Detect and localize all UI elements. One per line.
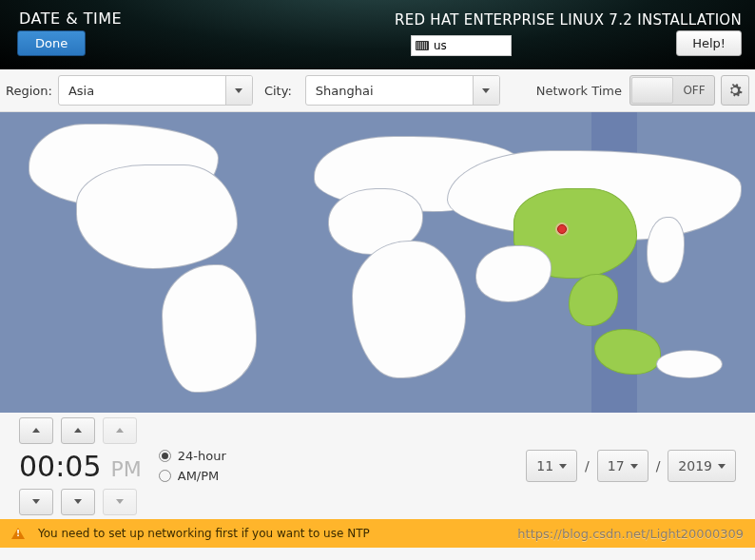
chevron-down-icon [74,499,82,504]
hours-down-button[interactable] [19,489,53,515]
timezone-map[interactable] [0,112,755,413]
city-combo[interactable]: Shanghai [305,75,500,106]
region-dropdown-button[interactable] [225,76,252,105]
radio-24-hour-label: 24-hour [178,449,226,463]
chevron-down-icon [235,88,242,93]
day-dropdown[interactable]: 17 [597,450,649,482]
selected-city-pin [557,224,567,234]
keyboard-layout-value: us [434,39,447,52]
month-value: 11 [536,458,553,473]
ampm-up-button [103,417,137,444]
time-format-radiogroup: 24-hour AM/PM [159,449,226,483]
keyboard-layout-indicator[interactable]: us [411,35,512,56]
date-sep: / [585,458,590,473]
warning-bar: You need to set up networking first if y… [0,519,755,548]
city-dropdown-button[interactable] [473,76,499,105]
switch-knob [631,77,673,104]
time-spinner: 00:05 PM [19,417,142,515]
datetime-controls: 00:05 PM 24-hour AM/PM 11 / 17 / [0,413,755,519]
radio-icon [159,450,171,462]
minutes-down-button[interactable] [61,489,95,515]
radio-icon [159,470,171,482]
chevron-up-icon [32,428,40,433]
ntp-settings-button[interactable] [721,75,749,106]
chevron-down-icon [32,499,40,504]
region-combo[interactable]: Asia [58,75,253,106]
chevron-up-icon [116,428,124,433]
chevron-down-icon [482,88,490,93]
ampm-value: PM [110,457,141,481]
time-display: 00:05 PM [19,450,142,483]
region-value: Asia [59,84,225,98]
chevron-down-icon [630,464,638,469]
chevron-up-icon [74,428,82,433]
radio-ampm[interactable]: AM/PM [159,469,226,483]
month-dropdown[interactable]: 11 [526,450,577,482]
minutes-value: 05 [65,450,101,483]
toolbar: Region: Asia City: Shanghai Network Time… [0,69,755,112]
warning-icon [11,528,25,539]
minutes-up-button[interactable] [61,417,95,444]
day-value: 17 [608,458,625,473]
year-value: 2019 [678,458,712,473]
help-button[interactable]: Help! [676,30,742,56]
city-label: City: [264,84,292,98]
network-time-label: Network Time [536,84,622,98]
city-value: Shanghai [306,84,473,98]
installer-title: RED HAT ENTERPRISE LINUX 7.2 INSTALLATIO… [395,11,742,29]
chevron-down-icon [559,464,567,469]
radio-ampm-label: AM/PM [178,469,220,483]
hours-up-button[interactable] [19,417,53,444]
date-picker: 11 / 17 / 2019 [526,450,736,482]
radio-24-hour[interactable]: 24-hour [159,449,226,463]
page-title: DATE & TIME [19,10,122,28]
hours-value: 00 [19,450,55,483]
region-label: Region: [6,84,52,98]
warning-text: You need to set up networking first if y… [38,527,370,540]
network-time-state: OFF [674,84,714,97]
chevron-down-icon [116,499,124,504]
ampm-down-button [103,489,137,515]
gear-icon [727,83,743,98]
chevron-down-icon [718,464,726,469]
network-time-switch[interactable]: OFF [629,75,715,106]
year-dropdown[interactable]: 2019 [668,450,736,482]
keyboard-icon [416,41,429,50]
date-sep: / [656,458,661,473]
watermark-text: https://blog.csdn.net/Light20000309 [517,527,744,541]
header: DATE & TIME RED HAT ENTERPRISE LINUX 7.2… [0,0,755,69]
done-button[interactable]: Done [17,30,86,56]
